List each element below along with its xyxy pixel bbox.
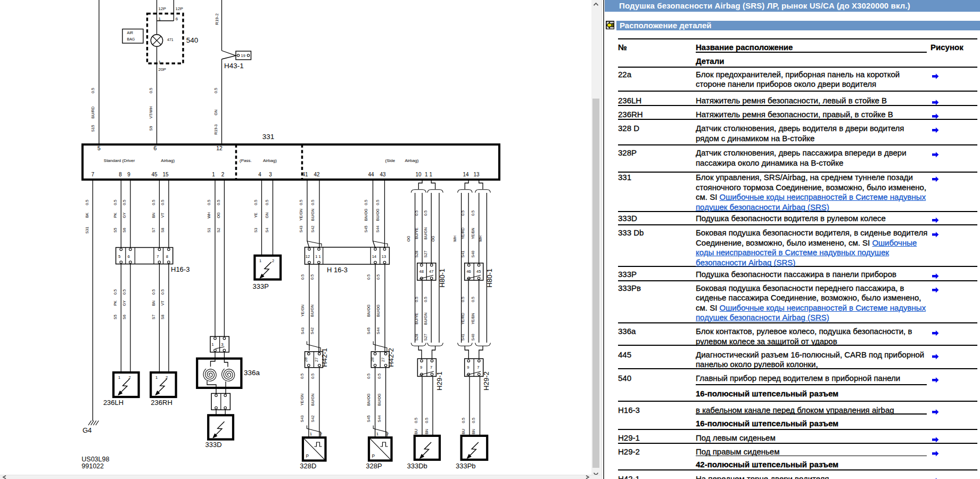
svg-text:28: 28 bbox=[370, 358, 375, 362]
svg-text:45: 45 bbox=[476, 269, 481, 274]
svg-text:0.5: 0.5 bbox=[213, 88, 218, 93]
svg-text:2: 2 bbox=[320, 432, 323, 436]
svg-text:H16-3: H16-3 bbox=[171, 265, 190, 273]
svg-text:Airbag): Airbag) bbox=[405, 158, 419, 163]
svg-text:S42: S42 bbox=[310, 226, 315, 233]
svg-text:PK: PK bbox=[113, 301, 118, 306]
svg-text:S4: S4 bbox=[265, 228, 269, 233]
svg-text:0.5: 0.5 bbox=[113, 200, 118, 205]
svg-text:3: 3 bbox=[269, 172, 272, 177]
svg-text:S40: S40 bbox=[471, 334, 475, 341]
svg-text:Airbag): Airbag) bbox=[263, 158, 277, 163]
svg-text:S27: S27 bbox=[423, 251, 428, 258]
svg-text:S2: S2 bbox=[216, 228, 221, 233]
svg-text:13: 13 bbox=[473, 172, 480, 177]
svg-text:14: 14 bbox=[463, 172, 469, 177]
svg-text:0.5: 0.5 bbox=[207, 200, 211, 205]
svg-text:BN/OG: BN/OG bbox=[364, 208, 368, 221]
svg-text:P: P bbox=[372, 453, 375, 459]
svg-text:7: 7 bbox=[157, 254, 159, 259]
svg-text:YE/RD: YE/RD bbox=[460, 313, 465, 324]
svg-text:333Pb: 333Pb bbox=[456, 462, 476, 470]
svg-text:540: 540 bbox=[186, 36, 199, 44]
svg-text:BN: BN bbox=[471, 429, 476, 434]
svg-text:0.5: 0.5 bbox=[461, 418, 466, 423]
svg-text:6: 6 bbox=[154, 145, 157, 151]
svg-text:43: 43 bbox=[380, 172, 386, 177]
svg-text:236RH: 236RH bbox=[151, 399, 172, 407]
svg-text:1 1: 1 1 bbox=[425, 172, 432, 177]
svg-text:0.5: 0.5 bbox=[377, 374, 382, 379]
svg-text:BU/OG: BU/OG bbox=[376, 304, 381, 317]
svg-text:0.5: 0.5 bbox=[160, 289, 165, 295]
svg-text:44: 44 bbox=[368, 172, 374, 177]
svg-text:S6: S6 bbox=[122, 228, 127, 233]
svg-text:S31: S31 bbox=[85, 227, 89, 234]
svg-text:Standard (Driver: Standard (Driver bbox=[104, 158, 135, 163]
svg-text:13: 13 bbox=[382, 254, 386, 259]
svg-text:45: 45 bbox=[151, 172, 158, 177]
svg-text:S43: S43 bbox=[300, 416, 304, 423]
svg-text:PK: PK bbox=[113, 213, 118, 218]
svg-text:27: 27 bbox=[381, 358, 385, 362]
svg-text:S28: S28 bbox=[414, 334, 419, 341]
svg-text:1: 1 bbox=[118, 375, 120, 380]
svg-text:WH: WH bbox=[452, 236, 457, 242]
svg-text:S1: S1 bbox=[207, 228, 211, 233]
svg-text:0.5: 0.5 bbox=[471, 418, 476, 423]
svg-text:H 16-3: H 16-3 bbox=[327, 266, 348, 274]
svg-text:S42: S42 bbox=[310, 328, 315, 335]
svg-text:BU/RD: BU/RD bbox=[90, 107, 95, 118]
svg-text:S8: S8 bbox=[160, 228, 165, 233]
svg-text:0.5: 0.5 bbox=[310, 200, 315, 205]
svg-text:S43: S43 bbox=[299, 226, 303, 233]
svg-text:14: 14 bbox=[372, 254, 376, 259]
svg-text:VT: VT bbox=[160, 213, 165, 218]
svg-text:(Side: (Side bbox=[385, 158, 396, 163]
svg-text:7: 7 bbox=[91, 172, 94, 177]
svg-text:2: 2 bbox=[221, 172, 225, 177]
svg-text:BU/GN: BU/GN bbox=[310, 394, 315, 406]
svg-text:0.5: 0.5 bbox=[414, 210, 419, 216]
svg-text:GN: GN bbox=[265, 213, 269, 218]
svg-text:S41: S41 bbox=[460, 334, 465, 341]
svg-text:BK: BK bbox=[85, 213, 89, 218]
svg-text:YE/BN: YE/BN bbox=[471, 313, 475, 324]
svg-text:0.5: 0.5 bbox=[151, 289, 156, 295]
svg-text:S7: S7 bbox=[151, 315, 156, 320]
svg-text:H29-2: H29-2 bbox=[482, 371, 490, 390]
svg-text:VT: VT bbox=[160, 301, 165, 306]
svg-text:5: 5 bbox=[118, 254, 120, 259]
svg-text:8: 8 bbox=[166, 254, 168, 259]
svg-text:BN: BN bbox=[424, 429, 429, 434]
svg-text:YE: YE bbox=[253, 213, 258, 218]
svg-text:0.5: 0.5 bbox=[414, 297, 419, 302]
svg-text:7: 7 bbox=[430, 365, 432, 370]
svg-text:0.5: 0.5 bbox=[364, 200, 368, 205]
svg-text:0.5: 0.5 bbox=[423, 297, 428, 302]
svg-text:S27: S27 bbox=[423, 334, 428, 341]
svg-text:BU/OG: BU/OG bbox=[375, 208, 380, 221]
svg-text:(Pass.: (Pass. bbox=[240, 158, 252, 163]
svg-text:H29-1: H29-1 bbox=[435, 371, 443, 390]
svg-text:S6: S6 bbox=[122, 315, 127, 320]
svg-text:BU/GN: BU/GN bbox=[310, 305, 315, 317]
svg-text:333D: 333D bbox=[205, 441, 222, 449]
svg-text:3: 3 bbox=[221, 342, 224, 347]
svg-text:YE/GN: YE/GN bbox=[300, 394, 304, 405]
svg-text:10: 10 bbox=[415, 172, 422, 177]
svg-text:0.5: 0.5 bbox=[122, 200, 127, 205]
svg-text:WH: WH bbox=[478, 236, 483, 242]
svg-text:BU/GN: BU/GN bbox=[423, 228, 428, 240]
svg-text:2: 2 bbox=[386, 432, 389, 436]
svg-text:S5: S5 bbox=[113, 228, 118, 233]
svg-text:0.5: 0.5 bbox=[122, 289, 127, 295]
svg-text:27: 27 bbox=[314, 358, 319, 362]
svg-text:1: 1 bbox=[259, 258, 261, 263]
svg-text:Airbag): Airbag) bbox=[161, 158, 175, 163]
svg-text:YE/RD: YE/RD bbox=[460, 228, 465, 239]
svg-text:0.5: 0.5 bbox=[460, 210, 465, 216]
svg-text:0.5: 0.5 bbox=[424, 418, 429, 423]
svg-text:R19-2: R19-2 bbox=[215, 13, 219, 25]
svg-text:42: 42 bbox=[314, 172, 320, 177]
